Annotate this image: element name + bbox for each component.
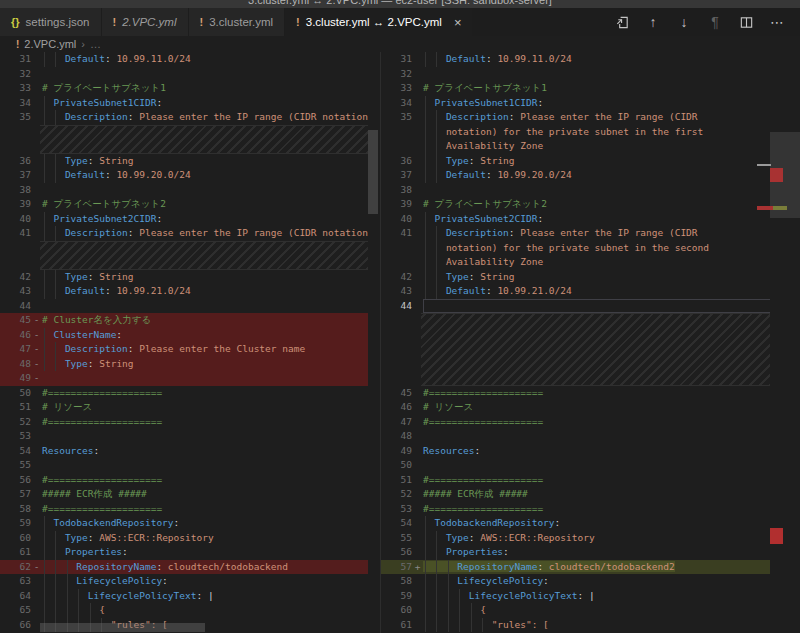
tab-2vpc-yml[interactable]: ! 2.VPC.yml [102, 8, 188, 36]
code-text[interactable]: ClusterName: [42, 328, 368, 343]
code-text[interactable]: notation) for the private subnet in the … [423, 241, 771, 256]
line-number[interactable]: 37 [0, 168, 31, 183]
code-line[interactable]: 54Resources: [0, 444, 368, 459]
code-text[interactable] [42, 183, 368, 198]
code-line[interactable]: 50 [381, 458, 771, 473]
line-number[interactable]: 61 [0, 545, 31, 560]
code-text[interactable]: Default: 10.99.20.0/24 [423, 168, 771, 183]
line-number[interactable]: 41 [0, 226, 31, 241]
code-text[interactable]: LifecyclePolicyText: | [423, 589, 771, 604]
code-text[interactable]: Resources: [423, 444, 771, 459]
code-line[interactable]: 56#==================== [0, 473, 368, 488]
code-text[interactable] [42, 67, 368, 82]
code-line[interactable]: 43 Default: 10.99.21.0/24 [381, 284, 771, 299]
code-line[interactable]: 38 [0, 183, 368, 198]
line-number[interactable]: 47 [381, 415, 412, 430]
line-number[interactable] [381, 241, 412, 256]
line-number[interactable]: 45 [381, 386, 412, 401]
line-number[interactable]: 42 [0, 270, 31, 285]
code-line[interactable]: 35 Description: Please enter the IP rang… [381, 110, 771, 125]
code-line[interactable]: 52#==================== [0, 415, 368, 430]
line-number[interactable]: 37 [381, 168, 412, 183]
line-number[interactable]: 48 [381, 429, 412, 444]
breadcrumb-symbol[interactable]: … [90, 38, 101, 50]
code-text[interactable]: Default: 10.99.11.0/24 [42, 52, 368, 67]
code-line[interactable]: 44 [381, 299, 771, 314]
tab-3cluster-yml[interactable]: ! 3.cluster.yml [189, 8, 285, 36]
whitespace-toggle-icon[interactable]: ¶ [706, 13, 724, 31]
code-line[interactable]: 40 PrivateSubnet2CIDR: [0, 212, 368, 227]
line-number[interactable]: 65 [0, 603, 31, 618]
code-line[interactable]: 55 Type: AWS::ECR::Repository [381, 531, 771, 546]
breadcrumb-file[interactable]: 2.VPC.yml [24, 38, 76, 50]
code-text[interactable]: Type: String [42, 357, 368, 372]
line-number[interactable]: 32 [0, 67, 31, 82]
code-text[interactable]: PrivateSubnet1CIDR: [423, 96, 771, 111]
code-text[interactable] [423, 458, 771, 473]
code-text[interactable]: Default: 10.99.20.0/24 [42, 168, 368, 183]
code-line[interactable]: 49Resources: [381, 444, 771, 459]
code-line[interactable]: 53 [0, 429, 368, 444]
line-number[interactable]: 33 [0, 81, 31, 96]
code-line[interactable]: 32 [0, 67, 368, 82]
line-number[interactable]: 46 [0, 328, 31, 343]
code-text[interactable]: Resources: [42, 444, 368, 459]
code-line[interactable]: 58#==================== [0, 502, 368, 517]
line-number[interactable]: 49 [0, 371, 31, 386]
line-number[interactable]: 33 [381, 81, 412, 96]
code-text[interactable]: Properties: [423, 545, 771, 560]
previous-change-icon[interactable]: ↑ [644, 13, 662, 31]
code-text[interactable]: Description: Please enter the IP range (… [42, 110, 368, 125]
code-text[interactable]: Default: 10.99.21.0/24 [42, 284, 368, 299]
code-line[interactable]: 62- RepositoryName: cloudtech/todobacken… [0, 560, 368, 575]
line-number[interactable]: 38 [381, 183, 412, 198]
line-number[interactable]: 51 [381, 473, 412, 488]
code-line[interactable]: 46- ClusterName: [0, 328, 368, 343]
code-line[interactable]: 53#==================== [381, 502, 771, 517]
line-number[interactable]: 58 [381, 574, 412, 589]
code-text[interactable]: Default: 10.99.11.0/24 [423, 52, 771, 67]
code-text[interactable]: #==================== [423, 386, 771, 401]
code-line[interactable]: 61 "rules": [ [381, 618, 771, 633]
code-line[interactable]: 45#==================== [381, 386, 771, 401]
code-text[interactable] [42, 429, 368, 444]
code-text[interactable]: Description: Please enter the IP range (… [423, 226, 771, 241]
code-text[interactable]: #==================== [42, 502, 368, 517]
code-text[interactable]: Description: Please enter the IP range (… [423, 110, 771, 125]
line-number[interactable]: 66 [0, 618, 31, 633]
code-text[interactable]: #==================== [423, 473, 771, 488]
code-line[interactable]: 60 Type: AWS::ECR::Repository [0, 531, 368, 546]
code-line[interactable]: 47- Description: Please enter the Cluste… [0, 342, 368, 357]
line-number[interactable]: 31 [0, 52, 31, 67]
code-line[interactable]: 37 Default: 10.99.20.0/24 [0, 168, 368, 183]
code-text[interactable]: # Cluster名を入力する [42, 313, 368, 328]
line-number[interactable]: 55 [381, 531, 412, 546]
line-number[interactable]: 35 [0, 110, 31, 125]
line-number[interactable]: 63 [0, 574, 31, 589]
line-number[interactable]: 38 [0, 183, 31, 198]
code-line[interactable]: 46# リソース [381, 400, 771, 415]
code-line[interactable]: 40 PrivateSubnet2CIDR: [381, 212, 771, 227]
line-number[interactable]: 64 [0, 589, 31, 604]
code-text[interactable]: Type: AWS::ECR::Repository [42, 531, 368, 546]
code-line[interactable]: 37 Default: 10.99.20.0/24 [381, 168, 771, 183]
code-text[interactable] [42, 299, 368, 314]
code-text[interactable]: Availability Zone [423, 139, 771, 154]
code-text[interactable]: Availability Zone [423, 255, 771, 270]
code-line[interactable]: 56 Properties: [381, 545, 771, 560]
line-number[interactable]: 46 [381, 400, 412, 415]
code-text[interactable]: Description: Please enter the IP range (… [42, 226, 368, 241]
code-text[interactable]: # プライベートサブネット2 [42, 197, 368, 212]
line-number[interactable]: 60 [381, 603, 412, 618]
line-number[interactable]: 43 [0, 284, 31, 299]
code-line[interactable]: 51#==================== [381, 473, 771, 488]
code-text[interactable]: { [423, 603, 771, 618]
code-text[interactable]: LifecyclePolicyText: | [42, 589, 368, 604]
code-line[interactable]: 42 Type: String [381, 270, 771, 285]
code-text[interactable]: RepositoryName: cloudtech/todobackend2 [423, 560, 771, 575]
code-text[interactable]: #==================== [42, 386, 368, 401]
code-text[interactable]: ##### ECR作成 ##### [423, 487, 771, 502]
code-text[interactable] [423, 67, 771, 82]
next-change-icon[interactable]: ↓ [675, 13, 693, 31]
split-editor-icon[interactable] [737, 13, 755, 31]
